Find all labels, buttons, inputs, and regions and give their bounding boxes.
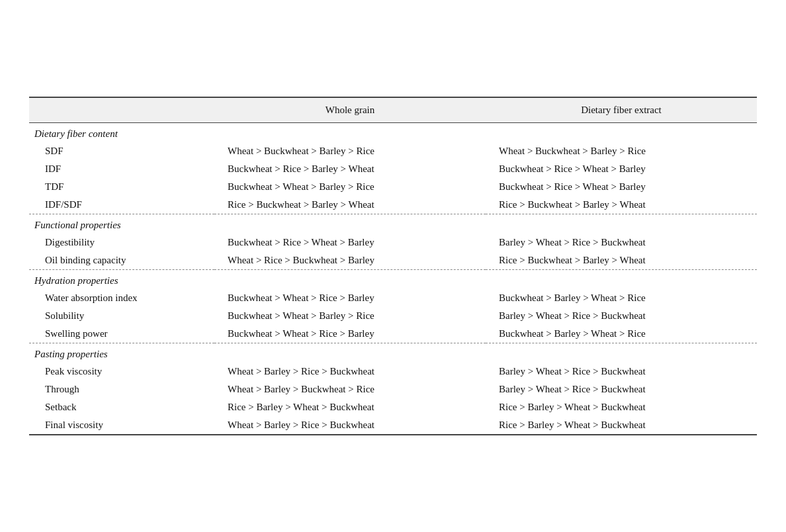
whole-grain-value: Buckwheat > Wheat > Barley > Rice — [214, 307, 486, 325]
dietary-fiber-value: Barley > Wheat > Rice > Buckwheat — [486, 363, 757, 380]
whole-grain-value: Buckwheat > Wheat > Barley > Rice — [214, 178, 486, 196]
dietary-fiber-value: Rice > Buckwheat > Barley > Wheat — [486, 196, 757, 214]
whole-grain-value: Buckwheat > Wheat > Rice > Barley — [214, 289, 486, 307]
whole-grain-value: Buckwheat > Rice > Barley > Wheat — [214, 160, 486, 178]
header-col1 — [29, 98, 214, 123]
whole-grain-value: Wheat > Barley > Rice > Buckwheat — [214, 416, 486, 434]
table-row: Final viscosityWheat > Barley > Rice > B… — [29, 416, 757, 434]
table-row: Oil binding capacityWheat > Rice > Buckw… — [29, 251, 757, 269]
row-label: SDF — [29, 142, 214, 160]
whole-grain-value: Wheat > Barley > Rice > Buckwheat — [214, 363, 486, 380]
row-label: Digestibility — [29, 234, 214, 251]
table-row: DigestibilityBuckwheat > Rice > Wheat > … — [29, 234, 757, 251]
table-row: Swelling powerBuckwheat > Wheat > Rice >… — [29, 325, 757, 343]
whole-grain-value: Wheat > Barley > Buckwheat > Rice — [214, 380, 486, 398]
section-title-hydration: Hydration properties — [29, 270, 757, 290]
dietary-fiber-value: Buckwheat > Rice > Wheat > Barley — [486, 178, 757, 196]
row-label: Final viscosity — [29, 416, 214, 434]
row-label: Through — [29, 380, 214, 398]
whole-grain-value: Rice > Buckwheat > Barley > Wheat — [214, 196, 486, 214]
table-row: TDFBuckwheat > Wheat > Barley > RiceBuck… — [29, 178, 757, 196]
dietary-fiber-value: Barley > Wheat > Rice > Buckwheat — [486, 307, 757, 325]
table-row: IDFBuckwheat > Rice > Barley > WheatBuck… — [29, 160, 757, 178]
section-title-dietary-fiber: Dietary fiber content — [29, 123, 757, 143]
row-label: Solubility — [29, 307, 214, 325]
dietary-fiber-value: Rice > Barley > Wheat > Buckwheat — [486, 416, 757, 434]
table-row: ThroughWheat > Barley > Buckwheat > Rice… — [29, 380, 757, 398]
dietary-fiber-value: Buckwheat > Barley > Wheat > Rice — [486, 325, 757, 343]
dietary-fiber-value: Barley > Wheat > Rice > Buckwheat — [486, 234, 757, 251]
comparison-table: Whole grain Dietary fiber extract Dietar… — [29, 98, 757, 434]
row-label: Water absorption index — [29, 289, 214, 307]
dietary-fiber-value: Rice > Barley > Wheat > Buckwheat — [486, 398, 757, 416]
whole-grain-value: Buckwheat > Rice > Wheat > Barley — [214, 234, 486, 251]
header-col3: Dietary fiber extract — [486, 98, 757, 123]
dietary-fiber-value: Wheat > Buckwheat > Barley > Rice — [486, 142, 757, 160]
dietary-fiber-value: Rice > Buckwheat > Barley > Wheat — [486, 251, 757, 269]
row-label: Setback — [29, 398, 214, 416]
section-title-pasting: Pasting properties — [29, 343, 757, 363]
header-col2: Whole grain — [214, 98, 486, 123]
table-row: Water absorption indexBuckwheat > Wheat … — [29, 289, 757, 307]
table-row: SDFWheat > Buckwheat > Barley > RiceWhea… — [29, 142, 757, 160]
whole-grain-value: Wheat > Buckwheat > Barley > Rice — [214, 142, 486, 160]
table-row: IDF/SDFRice > Buckwheat > Barley > Wheat… — [29, 196, 757, 214]
section-header-functional: Functional properties — [29, 214, 757, 234]
section-header-pasting: Pasting properties — [29, 343, 757, 363]
section-title-functional: Functional properties — [29, 214, 757, 234]
row-label: TDF — [29, 178, 214, 196]
dietary-fiber-value: Buckwheat > Barley > Wheat > Rice — [486, 289, 757, 307]
dietary-fiber-value: Buckwheat > Rice > Wheat > Barley — [486, 160, 757, 178]
section-header-hydration: Hydration properties — [29, 270, 757, 290]
row-label: IDF — [29, 160, 214, 178]
row-label: Swelling power — [29, 325, 214, 343]
table-row: SolubilityBuckwheat > Wheat > Barley > R… — [29, 307, 757, 325]
table-row: Peak viscosityWheat > Barley > Rice > Bu… — [29, 363, 757, 380]
dietary-fiber-value: Barley > Wheat > Rice > Buckwheat — [486, 380, 757, 398]
whole-grain-value: Rice > Barley > Wheat > Buckwheat — [214, 398, 486, 416]
main-table-wrapper: Whole grain Dietary fiber extract Dietar… — [29, 97, 757, 435]
row-label: Oil binding capacity — [29, 251, 214, 269]
row-label: IDF/SDF — [29, 196, 214, 214]
table-row: SetbackRice > Barley > Wheat > Buckwheat… — [29, 398, 757, 416]
whole-grain-value: Buckwheat > Wheat > Rice > Barley — [214, 325, 486, 343]
section-header-dietary-fiber: Dietary fiber content — [29, 123, 757, 143]
row-label: Peak viscosity — [29, 363, 214, 380]
whole-grain-value: Wheat > Rice > Buckwheat > Barley — [214, 251, 486, 269]
header-row: Whole grain Dietary fiber extract — [29, 98, 757, 123]
